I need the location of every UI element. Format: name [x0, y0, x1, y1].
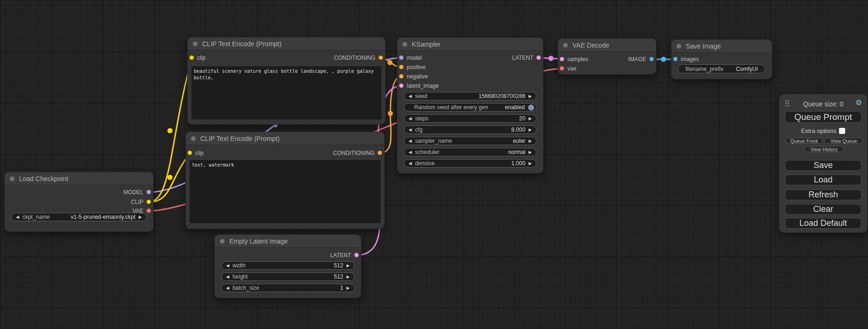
collapse-dot-icon[interactable]	[193, 42, 198, 46]
widget-label: seed	[415, 92, 427, 100]
collapse-dot-icon[interactable]	[402, 42, 407, 47]
node-title-bar[interactable]: CLIP Text Encode (Prompt)	[186, 132, 384, 145]
input-port-clip[interactable]	[188, 151, 192, 155]
refresh-button[interactable]: Refresh	[785, 189, 861, 200]
widget-value: enabled	[505, 104, 525, 111]
negative-prompt-textarea[interactable]: text, watermark	[190, 160, 381, 223]
decrement-arrow-icon[interactable]: ◀	[409, 161, 412, 166]
view-queue-button[interactable]: View Queue	[825, 138, 863, 144]
collapse-dot-icon[interactable]	[563, 43, 568, 48]
output-port-model[interactable]	[147, 190, 151, 194]
decrement-arrow-icon[interactable]: ◀	[409, 117, 412, 121]
gear-icon[interactable]: ⚙	[855, 98, 862, 107]
output-row: MODEL	[5, 188, 153, 197]
sampler-name-widget[interactable]: ◀ sampler_name euler ▶	[404, 137, 536, 145]
widget-label: batch_size	[233, 284, 259, 292]
increment-arrow-icon[interactable]: ▶	[529, 94, 532, 98]
input-port-clip[interactable]	[190, 56, 194, 60]
input-port-latent-image[interactable]	[399, 84, 403, 88]
vae-decode-node[interactable]: VAE Decode samples IMAGE vae	[558, 39, 656, 74]
input-label-negative: negative	[407, 73, 428, 80]
cfg-widget[interactable]: ◀ cfg 8.000 ▶	[404, 126, 536, 134]
port-row: vae	[558, 64, 656, 73]
decrement-arrow-icon[interactable]: ◀	[409, 150, 412, 154]
scheduler-widget[interactable]: ◀ scheduler normal ▶	[404, 148, 536, 156]
increment-arrow-icon[interactable]: ▶	[529, 139, 532, 143]
output-port-conditioning[interactable]	[378, 151, 382, 155]
increment-arrow-icon[interactable]: ▶	[529, 117, 532, 121]
port-row: model LATENT	[397, 53, 543, 63]
input-port-samples[interactable]	[560, 57, 564, 61]
random-seed-widget[interactable]: Random seed after every gen enabled	[404, 103, 536, 112]
load-checkpoint-node[interactable]: Load Checkpoint MODEL CLIP VAE ◀ ckpt_na…	[5, 172, 153, 231]
node-title-bar[interactable]: Empty Latent Image	[215, 235, 361, 248]
output-port-latent[interactable]	[354, 253, 359, 257]
decrement-arrow-icon[interactable]: ◀	[226, 275, 229, 279]
link-dot	[549, 56, 554, 61]
ksampler-node[interactable]: KSampler model LATENT positive negative …	[397, 38, 543, 173]
increment-arrow-icon[interactable]: ▶	[346, 264, 350, 268]
input-port-positive[interactable]	[399, 65, 403, 69]
output-port-vae[interactable]	[147, 209, 151, 213]
input-port-negative[interactable]	[399, 74, 403, 78]
batch-size-widget[interactable]: ◀ batch_size 1 ▶	[221, 284, 354, 292]
input-port-vae[interactable]	[560, 66, 564, 70]
queue-front-button[interactable]: Queue Front	[785, 138, 823, 144]
comfyui-canvas[interactable]: { "colors": { "model": "#b49ae4", "clip"…	[0, 0, 868, 329]
output-port-image[interactable]	[649, 57, 654, 61]
queue-panel: Queue size: 0 ⚙ Queue Prompt Extra optio…	[779, 94, 867, 232]
collapse-dot-icon[interactable]	[191, 136, 196, 141]
collapse-dot-icon[interactable]	[677, 44, 681, 49]
node-title: KSampler	[412, 41, 440, 48]
denoise-widget[interactable]: ◀ denoise 1.000 ▶	[404, 159, 536, 168]
increment-arrow-icon[interactable]: ▶	[139, 215, 142, 219]
node-title-bar[interactable]: VAE Decode	[558, 39, 656, 52]
empty-latent-image-node[interactable]: Empty Latent Image LATENT ◀ width 512 ▶ …	[215, 235, 361, 298]
output-port-clip[interactable]	[147, 200, 151, 204]
increment-arrow-icon[interactable]: ▶	[346, 286, 350, 290]
widget-label: denoise	[415, 160, 435, 167]
decrement-arrow-icon[interactable]: ◀	[16, 215, 19, 219]
ckpt-name-widget[interactable]: ◀ ckpt_name v1-5-pruned-emaonly.ckpt ▶	[11, 213, 147, 221]
height-widget[interactable]: ◀ height 512 ▶	[221, 273, 354, 281]
increment-arrow-icon[interactable]: ▶	[529, 150, 532, 154]
seed-widget[interactable]: ◀ seed 156680208700286 ▶	[404, 92, 536, 100]
clear-button[interactable]: Clear	[785, 204, 861, 215]
steps-widget[interactable]: ◀ steps 20 ▶	[404, 114, 536, 123]
increment-arrow-icon[interactable]: ▶	[529, 161, 532, 166]
save-button[interactable]: Save	[785, 160, 861, 171]
widget-value: 8.000	[511, 126, 525, 133]
queue-prompt-button[interactable]: Queue Prompt	[785, 111, 861, 123]
collapse-dot-icon[interactable]	[10, 176, 14, 181]
collapse-dot-icon[interactable]	[220, 239, 225, 244]
decrement-arrow-icon[interactable]: ◀	[226, 286, 229, 290]
input-port-model[interactable]	[399, 56, 403, 60]
toggle-dot-icon[interactable]	[528, 105, 534, 111]
save-image-node[interactable]: Save Image images filename_prefix ComfyU…	[671, 40, 772, 79]
node-title-bar[interactable]: KSampler	[397, 38, 543, 51]
input-port-images[interactable]	[673, 57, 677, 61]
extra-options-label: Extra options	[801, 127, 837, 134]
increment-arrow-icon[interactable]: ▶	[529, 128, 532, 132]
clip-text-encode-negative-node[interactable]: CLIP Text Encode (Prompt) clip CONDITION…	[186, 132, 384, 229]
load-button[interactable]: Load	[785, 175, 861, 185]
filename-prefix-widget[interactable]: filename_prefix ComfyUI	[678, 64, 765, 73]
node-title-bar[interactable]: Save Image	[671, 40, 772, 53]
extra-options-checkbox[interactable]	[839, 128, 845, 134]
decrement-arrow-icon[interactable]: ◀	[409, 94, 412, 98]
output-port-conditioning[interactable]	[379, 56, 383, 60]
positive-prompt-textarea[interactable]: beautiful scenery nature glass bottle la…	[191, 66, 381, 119]
node-title-bar[interactable]: Load Checkpoint	[5, 172, 153, 185]
node-title-bar[interactable]: CLIP Text Encode (Prompt)	[188, 37, 385, 50]
decrement-arrow-icon[interactable]: ◀	[409, 139, 412, 143]
port-row: latent_image	[397, 81, 543, 91]
clip-text-encode-positive-node[interactable]: CLIP Text Encode (Prompt) clip CONDITION…	[188, 37, 385, 124]
increment-arrow-icon[interactable]: ▶	[346, 275, 350, 279]
view-history-button[interactable]: View History	[804, 146, 844, 152]
width-widget[interactable]: ◀ width 512 ▶	[221, 261, 354, 270]
load-default-button[interactable]: Load Default	[785, 218, 861, 229]
decrement-arrow-icon[interactable]: ◀	[226, 264, 229, 268]
output-port-latent[interactable]	[536, 56, 541, 60]
node-title: Empty Latent Image	[229, 238, 288, 245]
decrement-arrow-icon[interactable]: ◀	[409, 128, 412, 132]
